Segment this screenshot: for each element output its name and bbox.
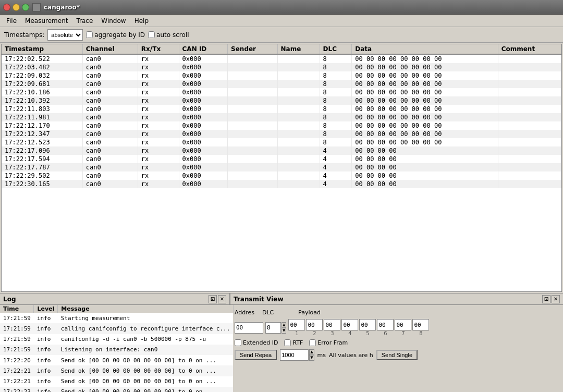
trace-cell (228, 138, 277, 146)
log-col-level: Level (34, 305, 58, 313)
dlc-arrows[interactable]: ▲ ▼ (282, 322, 286, 334)
send-repeat-button[interactable]: Send Repea (235, 350, 277, 360)
address-input[interactable] (235, 322, 263, 334)
col-data: Data (352, 44, 498, 54)
table-row[interactable]: 17:22:09.032can0rx0x000800 00 00 00 00 0… (2, 71, 561, 80)
dlc-input[interactable] (265, 322, 281, 334)
table-row[interactable]: 17:22:12.347can0rx0x000800 00 00 00 00 0… (2, 130, 561, 138)
menu-help[interactable]: Help (130, 16, 153, 26)
all-values-label: All values are h (329, 352, 373, 359)
ms-arrows[interactable]: ▲ ▼ (309, 349, 314, 361)
send-row: Send Repea ▲ ▼ ms All values are h Send … (235, 349, 559, 361)
col-comment: Comment (498, 44, 561, 54)
list-item: 17:22:20infoSend ok [00 00 00 00 00 00 0… (0, 355, 233, 365)
trace-cell: 0x000 (179, 88, 228, 96)
autoscroll-label[interactable]: auto scroll (148, 31, 189, 39)
aggregate-checkbox[interactable] (86, 31, 93, 38)
log-table: Time Level Message 17:21:59infoStarting … (0, 305, 234, 392)
payload-byte-input[interactable] (359, 319, 376, 330)
table-row[interactable]: 17:22:30.165can0rx0x000400 00 00 00 (2, 180, 561, 188)
trace-cell (277, 146, 320, 155)
window-controls[interactable] (3, 4, 29, 11)
trace-cell: rx (138, 113, 179, 121)
log-cell: 17:21:59 (0, 345, 34, 355)
transmit-panel-header: Transmit View ⊡ ✕ (230, 293, 563, 305)
rtf-label[interactable]: RTF (284, 339, 303, 346)
table-row[interactable]: 17:22:17.096can0rx0x000400 00 00 00 (2, 146, 561, 155)
trace-cell: 17:22:12.170 (2, 121, 82, 130)
ms-input[interactable] (280, 349, 309, 361)
error-frame-label[interactable]: Error Fram (309, 339, 348, 346)
aggregate-label[interactable]: aggregate by ID (86, 31, 145, 39)
trace-cell: can0 (82, 63, 138, 71)
payload-byte-input[interactable] (412, 319, 429, 330)
dlc-down-arrow[interactable]: ▼ (282, 328, 286, 334)
table-row[interactable]: 17:22:09.681can0rx0x000800 00 00 00 00 0… (2, 80, 561, 88)
transmit-float-button[interactable]: ⊡ (542, 295, 550, 303)
trace-cell: 17:22:02.522 (2, 54, 82, 63)
log-close-button[interactable]: ✕ (218, 295, 226, 303)
trace-cell (277, 80, 320, 88)
trace-cell: 0x000 (179, 121, 228, 130)
table-row[interactable]: 17:22:17.594can0rx0x000400 00 00 00 (2, 155, 561, 163)
dlc-spinner[interactable]: ▲ ▼ (265, 322, 286, 334)
menu-measurement[interactable]: Measurement (21, 16, 72, 26)
table-row[interactable]: 17:22:17.787can0rx0x000400 00 00 00 (2, 163, 561, 172)
table-row[interactable]: 17:22:11.803can0rx0x000800 00 00 00 00 0… (2, 105, 561, 113)
close-button[interactable] (3, 4, 10, 11)
payload-byte-input[interactable] (341, 319, 358, 330)
send-single-button[interactable]: Send Single (376, 350, 418, 360)
table-row[interactable]: 17:22:10.392can0rx0x000800 00 00 00 00 0… (2, 96, 561, 105)
ms-spinner[interactable]: ▲ ▼ (280, 349, 314, 361)
trace-cell: 0x000 (179, 63, 228, 71)
log-float-button[interactable]: ⊡ (209, 295, 217, 303)
payload-byte-input[interactable] (395, 319, 411, 330)
log-cell: 17:22:21 (0, 376, 34, 387)
autoscroll-checkbox[interactable] (148, 31, 155, 38)
payload-byte-input[interactable] (324, 319, 340, 330)
table-row[interactable]: 17:22:11.981can0rx0x000800 00 00 00 00 0… (2, 113, 561, 121)
trace-cell: rx (138, 71, 179, 80)
trace-cell (498, 146, 561, 155)
payload-byte-input[interactable] (377, 319, 394, 330)
minimize-button[interactable] (13, 4, 20, 11)
col-dlc: DLC (320, 44, 352, 54)
trace-cell: 8 (320, 113, 352, 121)
trace-cell: 4 (320, 172, 352, 180)
table-row[interactable]: 17:22:29.502can0rx0x000400 00 00 00 (2, 172, 561, 180)
payload-byte-number: 6 (377, 330, 394, 336)
trace-cell: 00 00 00 00 00 00 00 00 (352, 130, 498, 138)
maximize-button[interactable] (22, 4, 29, 11)
table-row[interactable]: 17:22:03.482can0rx0x000800 00 00 00 00 0… (2, 63, 561, 71)
transmit-panel-controls[interactable]: ⊡ ✕ (542, 295, 560, 303)
payload-byte-input[interactable] (306, 319, 323, 330)
menu-trace[interactable]: Trace (72, 16, 97, 26)
trace-cell: can0 (82, 54, 138, 63)
trace-cell: 4 (320, 155, 352, 163)
extended-id-checkbox[interactable] (235, 339, 241, 346)
ms-down-arrow[interactable]: ▼ (309, 355, 314, 361)
error-frame-checkbox[interactable] (309, 339, 316, 346)
payload-byte-input[interactable] (288, 319, 305, 330)
table-row[interactable]: 17:22:10.186can0rx0x000800 00 00 00 00 0… (2, 88, 561, 96)
trace-cell: rx (138, 63, 179, 71)
trace-cell: rx (138, 88, 179, 96)
log-cell: Listening on interface: can0 (58, 345, 234, 355)
dlc-label: DLC (262, 309, 286, 316)
menu-file[interactable]: File (2, 16, 21, 26)
timestamps-select[interactable]: absolute relative delta (47, 29, 83, 41)
col-timestamp: Timestamp (2, 44, 82, 54)
menu-window[interactable]: Window (97, 16, 130, 26)
log-panel-controls[interactable]: ⊡ ✕ (209, 295, 226, 303)
list-item: 17:21:59infoListening on interface: can0 (0, 345, 233, 355)
dlc-up-arrow[interactable]: ▲ (282, 322, 286, 328)
log-cell: info (34, 323, 58, 334)
table-row[interactable]: 17:22:12.170can0rx0x000800 00 00 00 00 0… (2, 121, 561, 130)
extended-id-label[interactable]: Extended ID (235, 339, 278, 346)
table-row[interactable]: 17:22:12.523can0rx0x000800 00 00 00 00 0… (2, 138, 561, 146)
transmit-close-button[interactable]: ✕ (552, 295, 560, 303)
table-row[interactable]: 17:22:02.522can0rx0x000800 00 00 00 00 0… (2, 54, 561, 63)
trace-cell: 00 00 00 00 (352, 163, 498, 172)
rtf-checkbox[interactable] (284, 339, 291, 346)
ms-up-arrow[interactable]: ▲ (309, 349, 314, 355)
